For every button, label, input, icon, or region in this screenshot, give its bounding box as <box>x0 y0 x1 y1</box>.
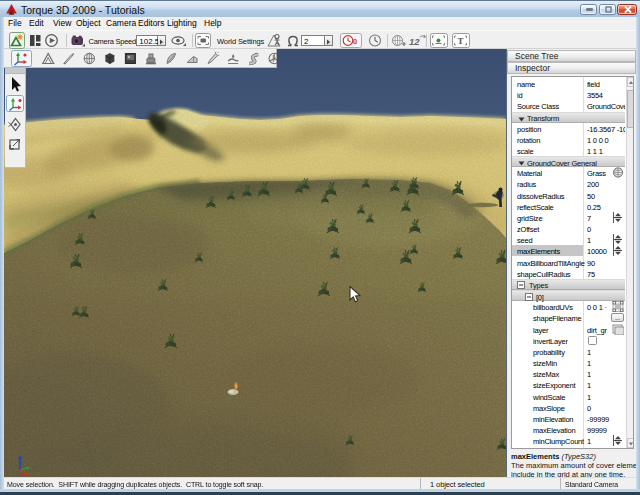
svg-text:0: 0 <box>353 37 357 46</box>
svg-text:12: 12 <box>409 36 420 47</box>
svg-text:T: T <box>458 36 464 46</box>
svg-text:World Settings: World Settings <box>217 37 265 46</box>
svg-text:Camera Speed: Camera Speed <box>89 37 137 46</box>
